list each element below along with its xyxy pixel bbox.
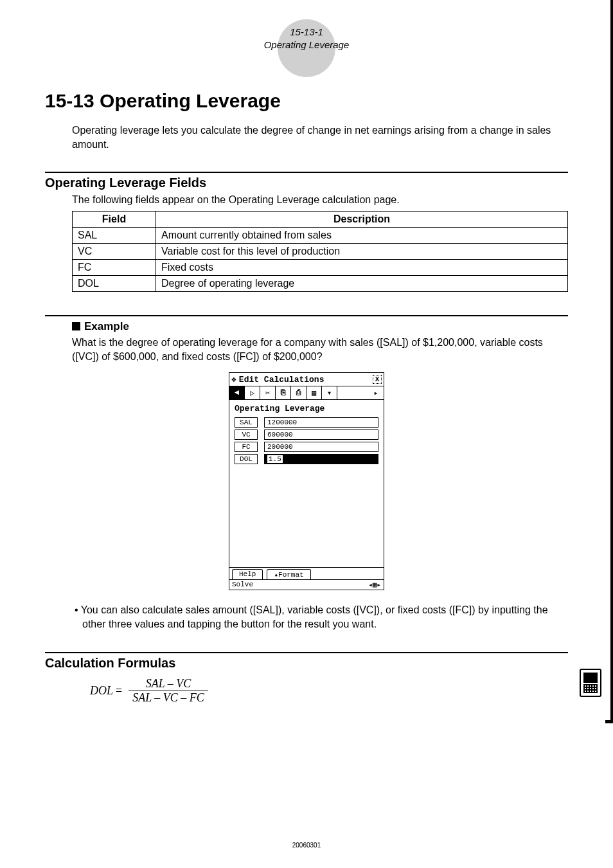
tool-more-icon[interactable]: ▸ [368, 386, 384, 399]
tool-paste-icon[interactable]: ⎙ [291, 386, 306, 399]
formula: DOL = SAL – VC SAL – VC – FC [90, 677, 568, 705]
field-name: VC [73, 244, 156, 260]
field-desc: Amount currently obtained from sales [156, 228, 568, 244]
calc-title: Operating Leverage [235, 404, 378, 413]
tool-prev-icon[interactable]: ◄ [229, 386, 245, 399]
fields-table: Field Description SAL Amount currently o… [72, 211, 568, 292]
example-heading: Example [72, 320, 568, 333]
sal-button[interactable]: SAL [235, 417, 258, 428]
page-number: 15-13-1 [249, 26, 364, 39]
tool-dropdown-icon[interactable]: ▾ [322, 386, 337, 399]
tool-next-icon[interactable]: ▷ [245, 386, 260, 399]
status-icons: ◂▦▸ [368, 581, 381, 589]
divider [45, 172, 568, 173]
field-name: SAL [73, 228, 156, 244]
formula-lhs: DOL [90, 684, 113, 698]
tool-copy-icon[interactable]: ⎘ [276, 386, 291, 399]
field-name: FC [73, 260, 156, 276]
table-row: DOL Degree of operating leverage [73, 276, 568, 292]
table-row: FC Fixed costs [73, 260, 568, 276]
calc-row-fc: FC 200000 [235, 442, 378, 452]
divider [45, 315, 568, 316]
table-row: SAL Amount currently obtained from sales [73, 228, 568, 244]
field-desc: Degree of operating leverage [156, 276, 568, 292]
formulas-heading: Calculation Formulas [45, 656, 568, 671]
calc-body: Operating Leverage SAL 1200000 VC 600000… [229, 400, 384, 567]
calc-menubar: ❖ Edit Calculations X [229, 373, 384, 386]
note-text: • You can also calculate sales amount ([… [82, 603, 568, 631]
col-field: Field [73, 212, 156, 228]
calc-row-sal: SAL 1200000 [235, 417, 378, 428]
field-name: DOL [73, 276, 156, 292]
fields-heading: Operating Leverage Fields [45, 176, 568, 190]
example-label: Example [84, 320, 129, 332]
fc-button[interactable]: FC [235, 442, 258, 452]
calc-row-vc: VC 600000 [235, 429, 378, 440]
calculator-screenshot: ❖ Edit Calculations X ◄ ▷ ✂ ⎘ ⎙ ▦ ▾ ▸ Op… [229, 372, 384, 590]
page-header-badge: 15-13-1 Operating Leverage [249, 26, 364, 82]
square-bullet-icon [72, 322, 80, 330]
field-desc: Fixed costs [156, 260, 568, 276]
calc-tabs: Help ▴Format [229, 567, 384, 579]
vc-button[interactable]: VC [235, 429, 258, 440]
help-tab[interactable]: Help [232, 569, 263, 579]
sal-input[interactable]: 1200000 [264, 417, 378, 428]
formula-denominator: SAL – VC – FC [129, 691, 208, 705]
calc-statusbar: Solve ◂▦▸ [229, 579, 384, 590]
calc-toolbar: ◄ ▷ ✂ ⎘ ⎙ ▦ ▾ ▸ [229, 386, 384, 400]
calculator-side-icon [580, 669, 601, 697]
page-title: 15-13 Operating Leverage [45, 90, 568, 112]
dol-button[interactable]: DOL [235, 454, 258, 464]
example-text: What is the degree of operating leverage… [72, 336, 568, 363]
format-tab[interactable]: ▴Format [267, 569, 310, 579]
status-text: Solve [232, 581, 253, 589]
footer-code: 20060301 [0, 842, 613, 849]
formula-numerator: SAL – VC [129, 677, 208, 691]
field-desc: Variable cost for this level of producti… [156, 244, 568, 260]
calc-row-dol: DOL 1.5 [235, 454, 378, 464]
col-desc: Description [156, 212, 568, 228]
dol-value: 1.5 [267, 455, 283, 463]
menu-dropdown-icon[interactable]: ❖ [231, 374, 236, 384]
intro-text: Operating leverage lets you calculate th… [72, 123, 568, 151]
dol-result[interactable]: 1.5 [264, 454, 378, 464]
formula-eq: = [116, 684, 122, 698]
fields-lead: The following fields appear on the Opera… [72, 194, 568, 206]
section-name: Operating Leverage [249, 39, 364, 51]
table-row: VC Variable cost for this level of produ… [73, 244, 568, 260]
vc-input[interactable]: 600000 [264, 429, 378, 440]
page-right-border [610, 0, 613, 720]
tool-cut-icon[interactable]: ✂ [260, 386, 276, 399]
close-icon[interactable]: X [373, 375, 382, 384]
divider [45, 652, 568, 653]
calc-menubar-text: Edit Calculations [239, 375, 324, 384]
tool-grid-icon[interactable]: ▦ [306, 386, 322, 399]
formula-fraction: SAL – VC SAL – VC – FC [129, 677, 208, 705]
fc-input[interactable]: 200000 [264, 442, 378, 452]
